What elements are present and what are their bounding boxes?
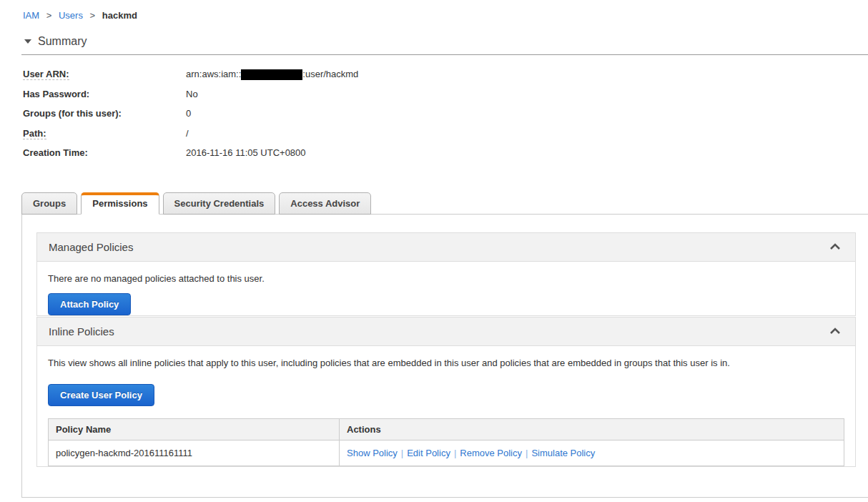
groups-label: Groups (for this user):	[23, 104, 186, 124]
redacted-account-id	[241, 69, 302, 80]
remove-policy-link[interactable]: Remove Policy	[460, 448, 522, 458]
summary-row-groups: Groups (for this user): 0	[23, 104, 868, 124]
inline-policies-collapse-button[interactable]	[827, 325, 844, 338]
tab-bar: Groups Permissions Security Credentials …	[21, 192, 868, 215]
collapse-triangle-icon	[24, 39, 31, 44]
breadcrumb-link-iam[interactable]: IAM	[23, 10, 39, 21]
action-separator: |	[454, 448, 456, 458]
breadcrumb-separator: >	[46, 10, 52, 21]
simulate-policy-link[interactable]: Simulate Policy	[531, 448, 595, 458]
policy-name-column-header: Policy Name	[49, 418, 340, 440]
actions-column-header: Actions	[340, 418, 844, 440]
tab-groups[interactable]: Groups	[21, 192, 77, 215]
summary-row-user-arn: User ARN: arn:aws:iam:::user/hackmd	[23, 64, 868, 84]
policy-name-cell: policygen-hackmd-201611161111	[49, 440, 340, 466]
user-arn-label: User ARN:	[23, 64, 186, 84]
attach-policy-button[interactable]: Attach Policy	[48, 293, 131, 315]
has-password-value: No	[186, 84, 198, 104]
managed-policies-collapse-button[interactable]	[827, 240, 844, 253]
table-row: policygen-hackmd-201611161111 Show Polic…	[49, 440, 844, 466]
managed-policies-panel: Managed Policies There are no managed po…	[36, 232, 856, 316]
creation-time-label: Creation Time:	[23, 143, 186, 163]
summary-section-header[interactable]: Summary	[21, 35, 868, 55]
tab-security-credentials[interactable]: Security Credentials	[163, 192, 276, 215]
has-password-label: Has Password:	[23, 84, 186, 104]
inline-policies-header: Inline Policies	[37, 318, 855, 346]
inline-policies-body: This view shows all inline policies that…	[37, 346, 855, 466]
breadcrumb-link-users[interactable]: Users	[59, 10, 83, 21]
inline-policies-panel: Inline Policies This view shows all inli…	[36, 317, 856, 467]
summary-row-has-password: Has Password: No	[23, 84, 868, 104]
action-separator: |	[401, 448, 403, 458]
policy-actions-cell: Show Policy|Edit Policy|Remove Policy|Si…	[340, 440, 844, 466]
chevron-up-icon	[829, 243, 841, 250]
tab-access-advisor[interactable]: Access Advisor	[279, 192, 371, 215]
chevron-up-icon	[829, 328, 841, 335]
create-user-policy-button[interactable]: Create User Policy	[48, 384, 154, 406]
managed-policies-body: There are no managed policies attached t…	[37, 262, 855, 315]
path-label: Path:	[23, 124, 186, 144]
summary-title: Summary	[38, 35, 87, 48]
managed-policies-header: Managed Policies	[37, 233, 855, 262]
managed-policies-empty-message: There are no managed policies attached t…	[48, 273, 844, 284]
edit-policy-link[interactable]: Edit Policy	[407, 448, 450, 458]
breadcrumb: IAM > Users > hackmd	[23, 10, 868, 21]
breadcrumb-current-user: hackmd	[102, 10, 137, 21]
breadcrumb-separator: >	[90, 10, 96, 21]
inline-policies-title: Inline Policies	[49, 325, 114, 338]
managed-policies-title: Managed Policies	[49, 241, 133, 253]
creation-time-value: 2016-11-16 11:05 UTC+0800	[186, 143, 306, 163]
action-separator: |	[526, 448, 528, 458]
show-policy-link[interactable]: Show Policy	[347, 448, 398, 458]
summary-row-path: Path: /	[23, 124, 868, 144]
tab-permissions[interactable]: Permissions	[81, 192, 159, 215]
permissions-tab-panel: Managed Policies There are no managed po…	[21, 214, 868, 498]
path-value: /	[186, 124, 189, 144]
inline-policies-description: This view shows all inline policies that…	[48, 358, 844, 368]
summary-fields: User ARN: arn:aws:iam:::user/hackmd Has …	[23, 64, 868, 163]
inline-policies-table: Policy Name Actions policygen-hackmd-201…	[48, 418, 844, 466]
table-header-row: Policy Name Actions	[49, 418, 844, 440]
summary-row-creation-time: Creation Time: 2016-11-16 11:05 UTC+0800	[23, 143, 868, 163]
user-arn-value: arn:aws:iam:::user/hackmd	[186, 64, 358, 84]
groups-value: 0	[186, 104, 191, 124]
